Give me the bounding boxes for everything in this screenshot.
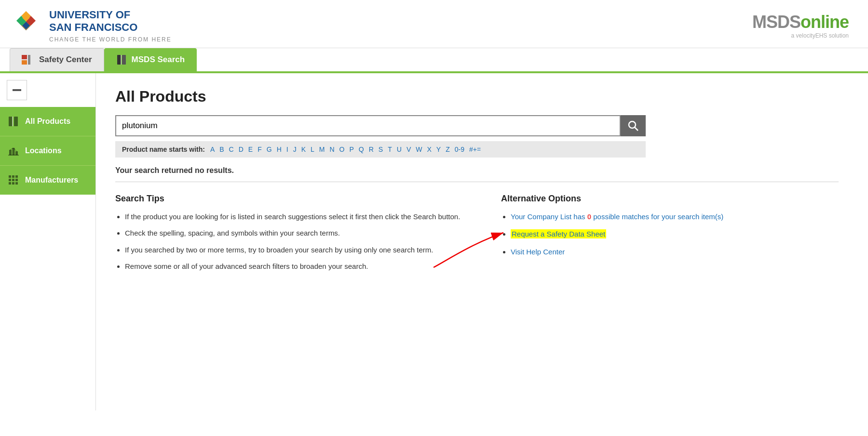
alpha-n[interactable]: N	[327, 145, 337, 153]
svg-rect-33	[12, 182, 14, 185]
sidebar-item-locations[interactable]: Locations	[0, 136, 95, 165]
tab-bar: Safety Center MSDS Search	[0, 48, 868, 73]
tab-msds-search[interactable]: MSDS Search	[104, 48, 197, 71]
alpha-l[interactable]: L	[308, 145, 317, 153]
sidebar-locations-label: Locations	[25, 146, 62, 155]
usf-text: UNIVERSITY OF SAN FRANCISCO CHANGE THE W…	[49, 9, 172, 43]
alpha-q[interactable]: Q	[356, 145, 366, 153]
alt-options-section: Alternative Options Your Company List ha…	[501, 194, 790, 278]
alpha-b[interactable]: B	[217, 145, 226, 153]
logo-area: UNIVERSITY OF SAN FRANCISCO CHANGE THE W…	[10, 9, 172, 43]
visit-help-item: Visit Help Center	[511, 247, 790, 258]
alpha-a[interactable]: A	[208, 145, 217, 153]
svg-rect-13	[117, 55, 121, 65]
sidebar-manufacturers-label: Manufacturers	[25, 176, 78, 185]
svg-rect-18	[14, 117, 18, 126]
company-list-link[interactable]: Your Company List has 0 possible matches…	[511, 212, 723, 221]
svg-rect-16	[13, 89, 21, 91]
alpha-x[interactable]: X	[424, 145, 434, 153]
alpha-i[interactable]: I	[284, 145, 291, 153]
msds-online-logo: MSDSonline a velocityEHS solution	[752, 12, 849, 39]
alpha-m[interactable]: M	[317, 145, 327, 153]
alpha-u[interactable]: U	[394, 145, 404, 153]
content-area: All Products Product name starts with: A…	[96, 73, 868, 410]
tip-4: Remove some or all of your advanced sear…	[125, 261, 462, 272]
company-list-prefix: Your Company List has	[511, 212, 587, 221]
tip-2: Check the spelling, spacing, and symbols…	[125, 228, 462, 239]
all-products-icon	[8, 116, 19, 127]
svg-line-36	[635, 127, 638, 131]
alpha-g[interactable]: G	[264, 145, 274, 153]
tip-1: If the product you are looking for is li…	[125, 211, 462, 223]
alpha-d[interactable]: D	[236, 145, 246, 153]
svg-rect-26	[9, 175, 11, 178]
visit-help-link[interactable]: Visit Help Center	[511, 248, 565, 256]
collapse-icon	[13, 89, 21, 91]
visit-help-label: Visit Help Center	[511, 248, 565, 256]
alpha-w[interactable]: W	[413, 145, 424, 153]
alpha-c[interactable]: C	[227, 145, 236, 153]
alpha-j[interactable]: J	[291, 145, 299, 153]
manufacturers-icon	[8, 174, 19, 186]
search-tips-section: Search Tips If the product you are looki…	[115, 194, 462, 278]
svg-rect-29	[9, 179, 11, 181]
alpha-special[interactable]: #+=	[467, 145, 483, 153]
svg-rect-10	[22, 55, 27, 59]
tab-safety-center[interactable]: Safety Center	[10, 48, 104, 71]
page-title: All Products	[115, 88, 849, 106]
alpha-z[interactable]: Z	[443, 145, 452, 153]
search-button[interactable]	[621, 115, 646, 136]
search-tips-title: Search Tips	[115, 194, 462, 204]
alpha-p[interactable]: P	[347, 145, 356, 153]
svg-rect-32	[9, 182, 11, 185]
search-bar	[115, 115, 646, 136]
request-sds-link[interactable]: Request a Safety Data Sheet	[511, 229, 606, 238]
svg-rect-17	[9, 117, 13, 126]
alpha-f[interactable]: F	[255, 145, 264, 153]
alpha-y[interactable]: Y	[434, 145, 443, 153]
alpha-s[interactable]: S	[376, 145, 385, 153]
svg-rect-34	[15, 182, 18, 185]
svg-rect-28	[15, 175, 18, 178]
locations-icon	[8, 145, 19, 157]
alpha-h[interactable]: H	[274, 145, 284, 153]
tip-3: If you searched by two or more terms, tr…	[125, 245, 462, 256]
company-list-count: 0	[587, 212, 591, 221]
alpha-r[interactable]: R	[366, 145, 376, 153]
search-icon	[628, 120, 638, 131]
svg-rect-31	[15, 179, 18, 181]
svg-rect-14	[122, 55, 126, 65]
alt-options-list: Your Company List has 0 possible matches…	[501, 211, 790, 258]
alpha-09[interactable]: 0-9	[452, 145, 467, 153]
alt-options-title: Alternative Options	[501, 194, 790, 204]
svg-rect-12	[28, 55, 30, 65]
safety-center-icon	[22, 55, 34, 65]
tab-msds-search-label: MSDS Search	[132, 55, 185, 65]
tab-safety-center-label: Safety Center	[39, 55, 92, 65]
alpha-o[interactable]: O	[337, 145, 347, 153]
alpha-e[interactable]: E	[246, 145, 255, 153]
two-col-section: Search Tips If the product you are looki…	[115, 194, 839, 278]
company-list-item: Your Company List has 0 possible matches…	[511, 211, 790, 223]
sidebar-item-all-products[interactable]: All Products	[0, 107, 95, 136]
company-list-suffix: possible matches for your search item(s)	[591, 212, 723, 221]
alpha-v[interactable]: V	[404, 145, 413, 153]
svg-rect-30	[12, 179, 14, 181]
no-results-message: Your search returned no results.	[115, 166, 839, 182]
tips-list: If the product you are looking for is li…	[115, 211, 462, 272]
svg-rect-20	[9, 150, 12, 155]
usf-logo-icon	[10, 9, 42, 42]
sidebar-all-products-label: All Products	[25, 117, 70, 126]
alpha-bar-label: Product name starts with:	[122, 145, 205, 153]
sidebar-item-manufacturers[interactable]: Manufacturers	[0, 165, 95, 195]
sidebar-collapse-button[interactable]	[7, 80, 27, 100]
header: UNIVERSITY OF SAN FRANCISCO CHANGE THE W…	[0, 0, 868, 48]
search-input[interactable]	[115, 115, 621, 136]
sidebar: All Products Locations	[0, 73, 96, 410]
svg-rect-22	[15, 151, 18, 155]
main-layout: All Products Locations	[0, 73, 868, 410]
alpha-t[interactable]: T	[385, 145, 394, 153]
request-sds-item: Request a Safety Data Sheet	[511, 229, 790, 240]
svg-rect-27	[12, 175, 14, 178]
alpha-k[interactable]: K	[299, 145, 308, 153]
